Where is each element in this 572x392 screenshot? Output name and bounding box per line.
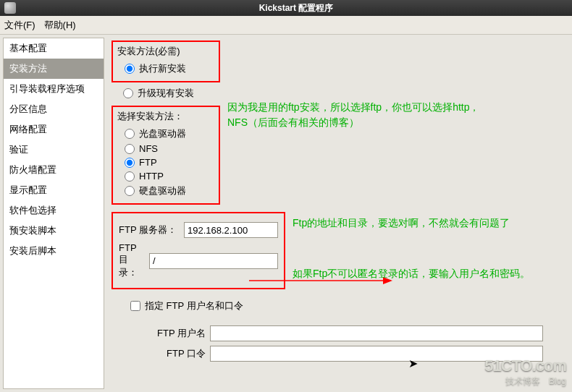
sidebar-item-install-method[interactable]: 安装方法 [4,59,104,79]
ftp-dir-input[interactable] [149,253,278,269]
choose-method-label: 选择安装方法： [117,110,214,123]
sidebar-item-bootloader[interactable]: 引导装载程序选项 [4,79,104,99]
sidebar-item-partition[interactable]: 分区信息 [4,99,104,119]
ftp-pass-input[interactable] [210,346,543,362]
radio-new-install[interactable] [125,64,135,74]
window-title: Kickstart 配置程序 [20,2,572,14]
choose-method-group: 选择安装方法： 光盘驱动器 NFS FTP HTTP 硬盘驱动器 [112,106,220,205]
annotation-2: Ftp的地址和目录，要选对啊，不然就会有问题了 [293,216,553,231]
sidebar-item-network[interactable]: 网络配置 [4,119,104,140]
sidebar-item-prescript[interactable]: 预安装脚本 [4,221,104,241]
sidebar-item-auth[interactable]: 验证 [4,140,104,160]
annotation-3: 如果Ftp不可以匿名登录的话，要输入用户名和密码。 [293,266,531,281]
ftp-dir-label: FTP 目录： [119,242,145,279]
sidebar-item-display[interactable]: 显示配置 [4,180,104,200]
ftp-user-input[interactable] [210,325,543,341]
ftp-user-label: FTP 用户名 [133,327,206,340]
radio-ftp-label: FTP [139,157,157,168]
radio-hdd-label: 硬盘驱动器 [139,184,186,197]
install-method-label: 安装方法(必需) [117,45,214,58]
ftp-server-label: FTP 服务器： [119,223,180,237]
menu-file[interactable]: 文件(F) [4,19,35,32]
radio-cdrom-label: 光盘驱动器 [139,127,186,140]
checkbox-ftp-creds[interactable] [130,301,140,311]
radio-nfs[interactable] [125,144,135,154]
checkbox-ftp-creds-label: 指定 FTP 用户名和口令 [145,299,243,312]
install-method-group: 安装方法(必需) 执行新安装 [112,41,220,82]
menubar: 文件(F) 帮助(H) [0,16,572,35]
ftp-server-input[interactable] [184,222,278,238]
sidebar-item-packages[interactable]: 软件包选择 [4,200,104,221]
app-icon [4,2,16,14]
radio-ftp[interactable] [125,158,135,168]
radio-hdd[interactable] [125,186,135,196]
sidebar-item-postscript[interactable]: 安装后脚本 [4,241,104,261]
ftp-pass-label: FTP 口令 [133,347,206,360]
titlebar: Kickstart 配置程序 [0,0,572,16]
cursor-icon: ➤ [408,357,418,370]
sidebar-item-basic[interactable]: 基本配置 [4,38,104,59]
radio-cdrom[interactable] [125,129,135,139]
annotation-1: 因为我是用的ftp安装，所以选择ftp，你也可以选择http，NFS（后面会有相… [227,100,488,130]
radio-new-install-label: 执行新安装 [139,62,186,75]
radio-http-label: HTTP [139,171,164,182]
radio-upgrade[interactable] [123,88,133,98]
content-panel: 安装方法(必需) 执行新安装 升级现有安装 选择安装方法： 光盘驱动器 NFS … [104,35,572,392]
radio-upgrade-label: 升级现有安装 [138,87,194,100]
main-area: 基本配置 安装方法 引导装载程序选项 分区信息 网络配置 验证 防火墙配置 显示… [0,35,572,392]
radio-http[interactable] [125,171,135,182]
menu-help[interactable]: 帮助(H) [44,19,76,32]
radio-nfs-label: NFS [139,143,158,154]
sidebar-item-firewall[interactable]: 防火墙配置 [4,160,104,180]
sidebar: 基本配置 安装方法 引导装载程序选项 分区信息 网络配置 验证 防火墙配置 显示… [3,38,104,389]
